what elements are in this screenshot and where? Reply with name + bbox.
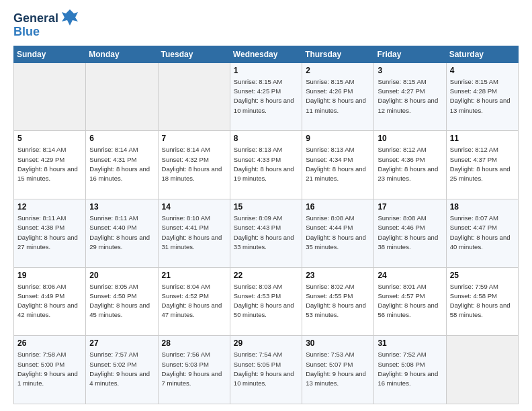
calendar-cell: 13Sunrise: 8:11 AMSunset: 4:40 PMDayligh… — [86, 199, 158, 268]
calendar-cell: 29Sunrise: 7:54 AMSunset: 5:05 PMDayligh… — [230, 336, 302, 404]
calendar-cell: 16Sunrise: 8:08 AMSunset: 4:44 PMDayligh… — [302, 199, 374, 268]
day-info: Sunrise: 8:14 AMSunset: 4:31 PMDaylight:… — [89, 145, 154, 183]
svg-marker-0 — [62, 9, 78, 26]
day-number: 11 — [450, 134, 515, 143]
calendar-cell: 4Sunrise: 8:15 AMSunset: 4:28 PMDaylight… — [446, 62, 518, 131]
day-number: 20 — [89, 271, 154, 280]
calendar-cell — [158, 62, 230, 131]
calendar-cell: 19Sunrise: 8:06 AMSunset: 4:49 PMDayligh… — [14, 267, 86, 336]
day-info: Sunrise: 7:56 AMSunset: 5:03 PMDaylight:… — [162, 350, 226, 388]
calendar-cell: 27Sunrise: 7:57 AMSunset: 5:02 PMDayligh… — [86, 336, 158, 404]
day-info: Sunrise: 7:54 AMSunset: 5:05 PMDaylight:… — [234, 350, 298, 388]
day-info: Sunrise: 7:58 AMSunset: 5:00 PMDaylight:… — [17, 350, 82, 388]
day-number: 12 — [17, 202, 82, 212]
calendar-cell: 24Sunrise: 8:01 AMSunset: 4:57 PMDayligh… — [374, 267, 446, 336]
day-info: Sunrise: 8:05 AMSunset: 4:50 PMDaylight:… — [89, 282, 154, 320]
day-of-week-header: Wednesday — [230, 46, 302, 62]
day-info: Sunrise: 8:15 AMSunset: 4:28 PMDaylight:… — [450, 77, 515, 116]
calendar-cell: 25Sunrise: 7:59 AMSunset: 4:58 PMDayligh… — [446, 267, 518, 336]
calendar-cell: 3Sunrise: 8:15 AMSunset: 4:27 PMDaylight… — [374, 62, 446, 131]
day-number: 15 — [234, 202, 298, 212]
day-info: Sunrise: 8:11 AMSunset: 4:40 PMDaylight:… — [89, 214, 154, 252]
day-info: Sunrise: 8:15 AMSunset: 4:26 PMDaylight:… — [306, 77, 370, 116]
calendar-cell: 10Sunrise: 8:12 AMSunset: 4:36 PMDayligh… — [374, 131, 446, 199]
day-info: Sunrise: 7:53 AMSunset: 5:07 PMDaylight:… — [306, 350, 370, 388]
calendar-cell: 22Sunrise: 8:03 AMSunset: 4:53 PMDayligh… — [230, 267, 302, 336]
day-info: Sunrise: 8:12 AMSunset: 4:37 PMDaylight:… — [450, 145, 515, 183]
day-info: Sunrise: 8:07 AMSunset: 4:47 PMDaylight:… — [450, 214, 515, 252]
day-number: 24 — [378, 271, 442, 280]
calendar-cell: 9Sunrise: 8:13 AMSunset: 4:34 PMDaylight… — [302, 131, 374, 199]
logo: General Blue — [13, 11, 79, 39]
calendar-cell: 18Sunrise: 8:07 AMSunset: 4:47 PMDayligh… — [446, 199, 518, 268]
calendar-cell — [86, 62, 158, 131]
day-number: 28 — [162, 338, 226, 348]
day-number: 27 — [89, 338, 154, 348]
day-info: Sunrise: 8:15 AMSunset: 4:27 PMDaylight:… — [378, 77, 442, 116]
calendar-cell: 11Sunrise: 8:12 AMSunset: 4:37 PMDayligh… — [446, 131, 518, 199]
calendar-cell: 26Sunrise: 7:58 AMSunset: 5:00 PMDayligh… — [14, 336, 86, 404]
day-of-week-header: Friday — [374, 46, 446, 62]
day-info: Sunrise: 8:11 AMSunset: 4:38 PMDaylight:… — [17, 214, 82, 252]
day-info: Sunrise: 8:13 AMSunset: 4:33 PMDaylight:… — [234, 145, 298, 183]
logo-text-general: General — [13, 12, 58, 26]
day-number: 21 — [162, 271, 226, 280]
day-info: Sunrise: 8:01 AMSunset: 4:57 PMDaylight:… — [378, 282, 442, 320]
day-number: 30 — [306, 338, 370, 348]
day-number: 16 — [306, 202, 370, 212]
day-info: Sunrise: 7:59 AMSunset: 4:58 PMDaylight:… — [450, 282, 515, 320]
calendar-cell: 23Sunrise: 8:02 AMSunset: 4:55 PMDayligh… — [302, 267, 374, 336]
day-of-week-header: Saturday — [446, 46, 518, 62]
calendar-cell: 1Sunrise: 8:15 AMSunset: 4:25 PMDaylight… — [230, 62, 302, 131]
calendar-cell: 2Sunrise: 8:15 AMSunset: 4:26 PMDaylight… — [302, 62, 374, 131]
calendar-cell: 17Sunrise: 8:08 AMSunset: 4:46 PMDayligh… — [374, 199, 446, 268]
day-info: Sunrise: 8:04 AMSunset: 4:52 PMDaylight:… — [162, 282, 226, 320]
day-number: 18 — [450, 202, 515, 212]
day-of-week-header: Sunday — [14, 46, 86, 62]
day-of-week-header: Monday — [86, 46, 158, 62]
calendar-cell: 31Sunrise: 7:52 AMSunset: 5:08 PMDayligh… — [374, 336, 446, 404]
logo-text-blue: Blue — [13, 26, 40, 39]
day-number: 25 — [450, 271, 515, 280]
day-number: 4 — [450, 66, 515, 75]
calendar-cell: 5Sunrise: 8:14 AMSunset: 4:29 PMDaylight… — [14, 131, 86, 199]
day-info: Sunrise: 8:14 AMSunset: 4:29 PMDaylight:… — [17, 145, 82, 183]
calendar-cell: 30Sunrise: 7:53 AMSunset: 5:07 PMDayligh… — [302, 336, 374, 404]
day-number: 19 — [17, 271, 82, 280]
day-of-week-header: Tuesday — [158, 46, 230, 62]
day-info: Sunrise: 7:52 AMSunset: 5:08 PMDaylight:… — [378, 350, 442, 388]
day-info: Sunrise: 8:12 AMSunset: 4:36 PMDaylight:… — [378, 145, 442, 183]
day-number: 23 — [306, 271, 370, 280]
day-number: 29 — [234, 338, 298, 348]
day-number: 9 — [306, 134, 370, 143]
day-number: 2 — [306, 66, 370, 75]
calendar-cell — [446, 336, 518, 404]
calendar-cell: 8Sunrise: 8:13 AMSunset: 4:33 PMDaylight… — [230, 131, 302, 199]
day-number: 14 — [162, 202, 226, 212]
day-info: Sunrise: 8:09 AMSunset: 4:43 PMDaylight:… — [234, 214, 298, 252]
day-number: 8 — [234, 134, 298, 143]
day-info: Sunrise: 8:14 AMSunset: 4:32 PMDaylight:… — [162, 145, 226, 183]
day-number: 31 — [378, 338, 442, 348]
day-info: Sunrise: 8:13 AMSunset: 4:34 PMDaylight:… — [306, 145, 370, 183]
day-info: Sunrise: 8:10 AMSunset: 4:41 PMDaylight:… — [162, 214, 226, 252]
day-info: Sunrise: 8:03 AMSunset: 4:53 PMDaylight:… — [234, 282, 298, 320]
day-info: Sunrise: 8:02 AMSunset: 4:55 PMDaylight:… — [306, 282, 370, 320]
calendar-cell: 28Sunrise: 7:56 AMSunset: 5:03 PMDayligh… — [158, 336, 230, 404]
day-info: Sunrise: 8:08 AMSunset: 4:44 PMDaylight:… — [306, 214, 370, 252]
day-number: 5 — [17, 134, 82, 143]
day-number: 6 — [89, 134, 154, 143]
day-info: Sunrise: 8:08 AMSunset: 4:46 PMDaylight:… — [378, 214, 442, 252]
calendar-cell: 14Sunrise: 8:10 AMSunset: 4:41 PMDayligh… — [158, 199, 230, 268]
calendar-cell — [14, 62, 86, 131]
day-info: Sunrise: 7:57 AMSunset: 5:02 PMDaylight:… — [89, 350, 154, 388]
calendar-cell: 21Sunrise: 8:04 AMSunset: 4:52 PMDayligh… — [158, 267, 230, 336]
logo-icon — [60, 8, 79, 27]
calendar-cell: 6Sunrise: 8:14 AMSunset: 4:31 PMDaylight… — [86, 131, 158, 199]
day-number: 13 — [89, 202, 154, 212]
day-number: 26 — [17, 338, 82, 348]
calendar-cell: 20Sunrise: 8:05 AMSunset: 4:50 PMDayligh… — [86, 267, 158, 336]
day-number: 3 — [378, 66, 442, 75]
day-number: 10 — [378, 134, 442, 143]
day-number: 1 — [234, 66, 298, 75]
